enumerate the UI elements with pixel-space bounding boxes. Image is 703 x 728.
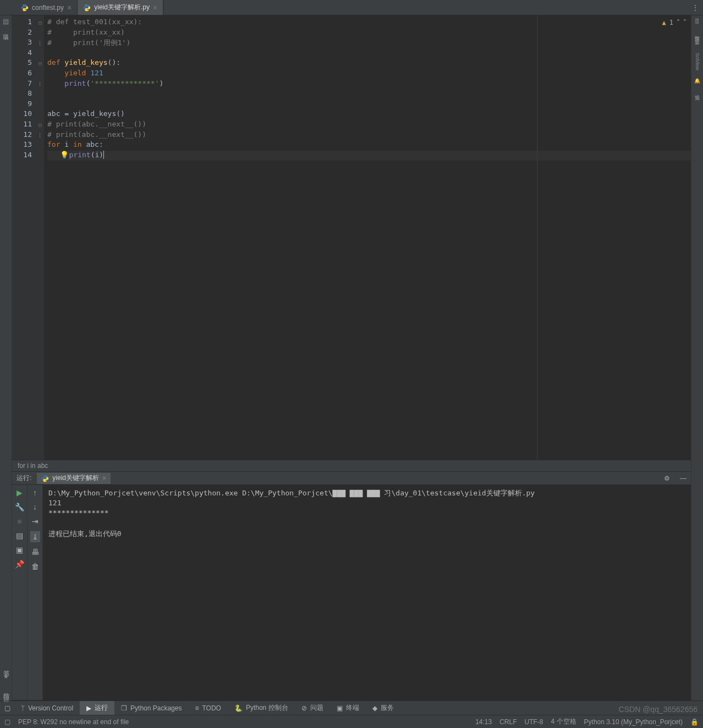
watermark: CSDN @qq_36562656 (619, 705, 697, 714)
tool-problems[interactable]: ⊘ 问题 (295, 701, 330, 715)
folder-icon[interactable]: ▪ (4, 34, 7, 42)
run-console[interactable]: D:\My_Python_Porjcet\venv\Scripts\python… (43, 485, 691, 700)
right-gutter: 🗄 数据库 ▦ SciView 🔔 通知 (691, 15, 703, 701)
up-icon[interactable]: ↑ (33, 488, 37, 497)
python-icon (83, 4, 91, 12)
database-icon[interactable]: 🗄 (695, 19, 700, 24)
scroll-icon[interactable]: ⤓ (30, 531, 40, 542)
structure-icon[interactable]: ▤ (3, 696, 9, 703)
stop-icon[interactable]: ■ (17, 517, 21, 526)
chevron-down-icon[interactable]: ˅ (683, 19, 686, 26)
tool-version-control[interactable]: ᛘ Version Control (14, 701, 80, 715)
svg-point-0 (23, 4, 24, 5)
lock-icon[interactable]: 🔒 (690, 718, 699, 726)
status-interp[interactable]: Python 3.10 (My_Python_Porjcet) (584, 718, 683, 726)
play-icon: ▶ (86, 704, 91, 712)
toolwindow-square-icon[interactable]: ▢ (0, 704, 14, 712)
bookmark-icon[interactable]: ★ (3, 673, 9, 680)
left-strip-bottom: 书签 ★ 结构 ▤ (0, 665, 12, 703)
line-numbers: 1234567891011121314 (12, 15, 36, 460)
status-sep[interactable]: CRLF (499, 718, 517, 726)
svg-point-1 (26, 9, 26, 10)
print-icon[interactable]: 🖶 (31, 548, 39, 556)
close-icon[interactable]: × (67, 3, 72, 12)
status-message: PEP 8: W292 no newline at end of file (18, 718, 129, 726)
softwrap-icon[interactable]: ⇥ (32, 517, 39, 526)
branch-icon: ᛘ (21, 704, 25, 712)
warning-icon: ▲ (662, 19, 666, 26)
sciview-icon[interactable]: ▦ (695, 40, 700, 45)
tool-run[interactable]: ▶ 运行 (80, 701, 114, 715)
tool-todo[interactable]: ≡ TODO (188, 701, 227, 715)
run-tab[interactable]: yieid关键字解析 × (37, 473, 111, 484)
restore-icon[interactable]: ▣ (16, 545, 23, 554)
status-bar: ▢ PEP 8: W292 no newline at end of file … (0, 715, 703, 728)
fold-column[interactable]: ⊟⌊⊟⌊⊟⌊ (36, 15, 44, 460)
tab-label: conftest.py (32, 4, 64, 12)
status-indent[interactable]: 4 个空格 (551, 717, 576, 726)
layout-icon[interactable]: ▤ (16, 531, 23, 540)
svg-point-3 (88, 9, 89, 10)
problems-icon: ⊘ (301, 704, 307, 712)
python-icon (41, 475, 49, 482)
rerun-icon[interactable]: ▶ (17, 488, 23, 497)
run-toolbar-right: ↑ ↓ ⇥ ⤓ 🖶 🗑 (28, 485, 43, 700)
status-icon[interactable]: ▢ (4, 718, 10, 726)
left-gutter: ▤ 项目 ▪ (0, 15, 12, 701)
python-icon: 🐍 (234, 704, 243, 712)
sciview-label[interactable]: SciView (695, 53, 700, 70)
right-margin-ruler (537, 15, 537, 460)
project-icon[interactable]: ▤ (3, 18, 9, 25)
trash-icon[interactable]: 🗑 (31, 562, 39, 571)
tab-conftest[interactable]: conftest.py × (15, 0, 78, 15)
code-area[interactable]: ▲ 1 ˄ ˅ # def test_001(xx_xx):# print(xx… (44, 15, 691, 460)
code-editor[interactable]: 1234567891011121314 ⊟⌊⊟⌊⊟⌊ ▲ 1 ˄ ˅ # def… (12, 15, 691, 460)
status-enc[interactable]: UTF-8 (525, 718, 543, 726)
status-pos[interactable]: 14:13 (475, 718, 492, 726)
minimize-icon[interactable]: — (680, 475, 686, 482)
tab-yieid[interactable]: yieid关键字解析.py × (78, 0, 163, 15)
pin-icon[interactable]: 📌 (15, 560, 24, 569)
tool-python-console[interactable]: 🐍 Python 控制台 (228, 701, 295, 715)
svg-point-2 (85, 4, 86, 5)
kebab-icon[interactable]: ⋮ (692, 4, 699, 12)
breadcrumb[interactable]: for i in abc (12, 460, 691, 472)
python-icon (21, 4, 29, 12)
package-icon: ❒ (121, 704, 127, 712)
breadcrumb-item[interactable]: for i in abc (18, 462, 48, 470)
run-label: 运行: (17, 473, 31, 483)
bell-icon[interactable]: 🔔 (694, 78, 700, 84)
gear-icon[interactable]: ⚙ (664, 475, 670, 482)
close-icon[interactable]: × (102, 475, 106, 482)
wrench-icon[interactable]: 🔧 (15, 503, 24, 511)
tool-python-packages[interactable]: ❒ Python Packages (114, 701, 188, 715)
warning-count: 1 (669, 19, 673, 26)
terminal-icon: ▣ (337, 704, 343, 712)
run-tab-label: yieid关键字解析 (52, 473, 99, 483)
todo-icon: ≡ (195, 704, 199, 712)
services-icon: ◆ (372, 704, 377, 712)
run-toolwindow-header: 运行: yieid关键字解析 × ⚙ — (12, 472, 691, 485)
tab-label: yieid关键字解析.py (94, 3, 150, 12)
down-icon[interactable]: ↓ (33, 503, 37, 511)
tool-services[interactable]: ◆ 服务 (366, 701, 400, 715)
chevron-up-icon[interactable]: ˄ (677, 19, 680, 26)
run-toolbar-left: ▶ 🔧 ■ ▤ ▣ 📌 (12, 485, 28, 700)
close-icon[interactable]: × (153, 3, 157, 12)
editor-tabs: conftest.py × yieid关键字解析.py × ⋮ (0, 0, 703, 15)
inspection-widget[interactable]: ▲ 1 ˄ ˅ (662, 19, 686, 26)
bottom-toolbar: ▢ ᛘ Version Control ▶ 运行 ❒ Python Packag… (0, 701, 703, 715)
tool-terminal[interactable]: ▣ 终端 (330, 701, 366, 715)
